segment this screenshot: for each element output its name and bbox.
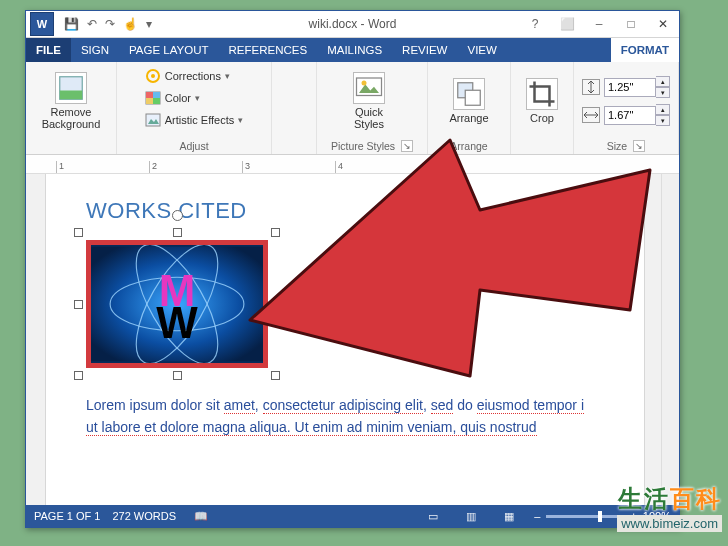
page-indicator[interactable]: PAGE 1 OF 1	[34, 510, 100, 522]
word-count[interactable]: 272 WORDS	[112, 510, 176, 522]
minimize-icon[interactable]: –	[583, 13, 615, 35]
zoom-slider[interactable]	[546, 515, 624, 518]
crop-icon	[526, 78, 558, 110]
svg-rect-9	[146, 114, 160, 126]
svg-text:W: W	[156, 298, 198, 347]
stage: W 💾 ↶ ↷ ☝ ▾ wiki.docx - Word ? ⬜ – □ ✕ F…	[0, 0, 728, 546]
arrange-button[interactable]: Arrange	[441, 78, 497, 124]
spelling-error: amet	[224, 397, 255, 414]
word-app-icon: W	[30, 12, 54, 36]
ribbon-display-icon[interactable]: ⬜	[551, 13, 583, 35]
spelling-error: sed	[431, 397, 454, 414]
spelling-error: ut labore et dolore magna aliqua. Ut eni…	[86, 419, 537, 436]
body-text[interactable]: Lorem ipsum dolor sit amet, consectetur …	[86, 394, 604, 438]
group-picture-styles: Quick Styles Picture Styles↘	[317, 62, 428, 154]
svg-rect-8	[153, 98, 160, 104]
svg-rect-7	[146, 98, 153, 104]
quick-access-toolbar: 💾 ↶ ↷ ☝ ▾	[58, 17, 158, 31]
group-label-size: Size↘	[607, 138, 645, 154]
svg-rect-6	[153, 92, 160, 98]
ruler-tick: 3	[242, 161, 335, 173]
ruler-tick: 2	[149, 161, 242, 173]
width-input[interactable]: ▴▾	[604, 104, 670, 126]
tab-mailings[interactable]: MAILINGS	[317, 38, 392, 62]
tab-design[interactable]: SIGN	[71, 38, 119, 62]
dialog-launcher-icon[interactable]: ↘	[633, 140, 645, 152]
redo-icon[interactable]: ↷	[105, 17, 115, 31]
remove-background-icon	[55, 72, 87, 104]
remove-background-label: Remove Background	[42, 106, 101, 130]
artistic-effects-icon	[145, 112, 161, 128]
undo-icon[interactable]: ↶	[87, 17, 97, 31]
width-row: ▴▾	[582, 104, 670, 126]
height-input[interactable]: ▴▾	[604, 76, 670, 98]
tab-view[interactable]: VIEW	[457, 38, 506, 62]
svg-point-13	[362, 81, 367, 86]
ruler-tick: 5	[428, 161, 521, 173]
tab-file[interactable]: FILE	[26, 38, 71, 62]
qat-dropdown-icon[interactable]: ▾	[146, 17, 152, 31]
corrections-label: Corrections	[165, 70, 221, 82]
print-layout-icon[interactable]: ▥	[458, 508, 484, 524]
crop-button[interactable]: Crop	[522, 78, 562, 124]
selected-image-container[interactable]: M W	[86, 240, 268, 368]
color-button[interactable]: Color ▾	[145, 90, 200, 106]
arrange-label: Arrange	[449, 112, 488, 124]
ribbon: Remove Background Corrections ▾	[26, 62, 679, 155]
spin-up-icon[interactable]: ▴	[656, 104, 670, 115]
crop-label: Crop	[530, 112, 554, 124]
document-area: WORKS CITED	[26, 174, 679, 505]
height-field[interactable]	[604, 78, 656, 97]
height-row: ▴▾	[582, 76, 670, 98]
group-adjust-extra	[272, 62, 317, 154]
status-bar: PAGE 1 OF 1 272 WORDS 📖 ▭ ▥ ▦ – + 100%	[26, 505, 679, 527]
help-icon[interactable]: ?	[519, 13, 551, 35]
heading-works-cited: WORKS CITED	[86, 198, 604, 224]
read-mode-icon[interactable]: ▭	[420, 508, 446, 524]
window-controls: ? ⬜ – □ ✕	[519, 13, 679, 35]
group-arrange: Arrange Arrange	[428, 62, 511, 154]
group-label-empty	[70, 138, 73, 154]
proofing-icon[interactable]: 📖	[188, 508, 214, 524]
group-label-empty	[293, 138, 296, 154]
ribbon-tabs: FILE SIGN PAGE LAYOUT REFERENCES MAILING…	[26, 38, 679, 62]
tab-review[interactable]: REVIEW	[392, 38, 457, 62]
arrange-icon	[453, 78, 485, 110]
chevron-down-icon: ▾	[225, 71, 230, 81]
remove-background-button[interactable]: Remove Background	[39, 72, 103, 130]
corrections-icon	[145, 68, 161, 84]
spin-down-icon[interactable]: ▾	[656, 115, 670, 126]
save-icon[interactable]: 💾	[64, 17, 79, 31]
color-icon	[145, 90, 161, 106]
maximize-icon[interactable]: □	[615, 13, 647, 35]
quick-styles-button[interactable]: Quick Styles	[337, 72, 401, 130]
height-icon	[582, 79, 600, 95]
tab-page-layout[interactable]: PAGE LAYOUT	[119, 38, 218, 62]
ruler-tick: 4	[335, 161, 428, 173]
chevron-down-icon: ▾	[195, 93, 200, 103]
dialog-launcher-icon[interactable]: ↘	[401, 140, 413, 152]
web-layout-icon[interactable]: ▦	[496, 508, 522, 524]
spin-down-icon[interactable]: ▾	[656, 87, 670, 98]
horizontal-ruler[interactable]: 1 2 3 4 5	[26, 155, 679, 174]
inserted-image[interactable]: M W	[86, 240, 268, 368]
zoom-out-icon[interactable]: –	[534, 510, 540, 522]
artistic-effects-button[interactable]: Artistic Effects ▾	[145, 112, 243, 128]
group-size: ▴▾ ▴▾ Size↘	[574, 62, 679, 154]
corrections-button[interactable]: Corrections ▾	[145, 68, 230, 84]
vertical-scrollbar[interactable]	[661, 174, 679, 505]
tab-references[interactable]: REFERENCES	[219, 38, 318, 62]
quick-styles-label: Quick Styles	[354, 106, 384, 130]
spelling-error: consectetur adipiscing elit	[263, 397, 423, 414]
group-label-arrange: Arrange	[450, 138, 487, 154]
touch-mode-icon[interactable]: ☝	[123, 17, 138, 31]
close-icon[interactable]: ✕	[647, 13, 679, 35]
color-label: Color	[165, 92, 191, 104]
tab-format[interactable]: FORMAT	[611, 38, 679, 62]
page[interactable]: WORKS CITED	[46, 174, 644, 505]
width-field[interactable]	[604, 106, 656, 125]
artistic-effects-label: Artistic Effects	[165, 114, 234, 126]
group-remove-background: Remove Background	[26, 62, 117, 154]
group-label-adjust: Adjust	[179, 138, 208, 154]
spin-up-icon[interactable]: ▴	[656, 76, 670, 87]
